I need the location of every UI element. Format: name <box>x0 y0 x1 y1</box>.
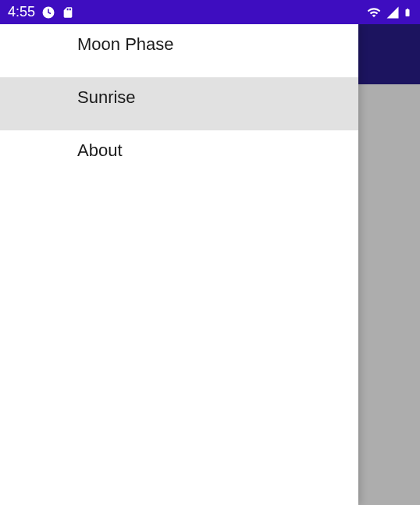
drawer-item-moon-phase[interactable]: Moon Phase <box>0 24 358 77</box>
battery-icon <box>403 5 412 20</box>
sd-card-icon <box>62 5 74 20</box>
drawer-item-label: Sunrise <box>77 87 136 108</box>
signal-icon <box>386 5 400 20</box>
status-time: 4:55 <box>8 4 35 20</box>
status-bar: 4:55 <box>0 0 420 24</box>
status-right <box>365 5 412 20</box>
drawer-item-about[interactable]: About <box>0 130 358 183</box>
drawer-item-label: About <box>77 140 123 161</box>
navigation-drawer: Moon Phase Sunrise About <box>0 24 358 505</box>
drawer-item-label: Moon Phase <box>77 34 174 55</box>
clock-icon <box>41 5 55 20</box>
status-left: 4:55 <box>8 4 74 20</box>
wifi-icon <box>365 5 383 20</box>
drawer-item-sunrise[interactable]: Sunrise <box>0 77 358 130</box>
